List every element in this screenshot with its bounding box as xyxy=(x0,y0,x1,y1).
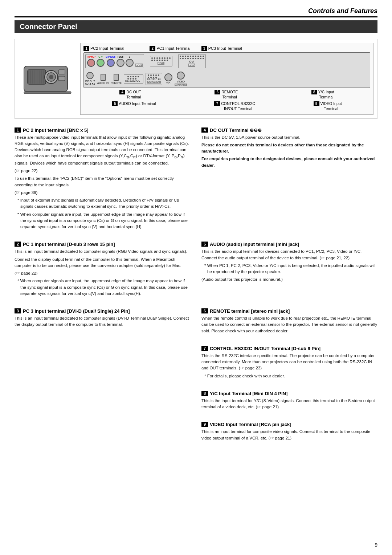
port-yc: Y/C xyxy=(164,73,172,85)
bl-8: 8 Y/C InputTerminal xyxy=(311,90,334,100)
desc-1: 1 PC 2 Input terminal [BNC x 5] These ar… xyxy=(15,127,191,232)
desc-3: 3 PC 3 input terminal [DVI-D (Dual/ Sing… xyxy=(15,308,191,336)
desc-9: 9 VIDEO Input Terminal [RCA pin jack] Th… xyxy=(201,422,377,443)
diagram-top-labels: 1 PC2 Input Terminal 2 PC1 Input Termina… xyxy=(83,46,370,51)
section-title: Connector Panel xyxy=(15,20,377,33)
svg-rect-5 xyxy=(58,70,65,74)
bl-7: 7 CONTROL RS232CIN/OUT Terminal xyxy=(214,101,255,111)
port-dc-out: DC OUT5V⎓1.5A xyxy=(85,72,95,86)
top-port-row: R Pr/Cr G Y B Pb/Cs H/Cs xyxy=(85,54,368,70)
descriptions-grid: 1 PC 2 Input terminal [BNC x 5] These ar… xyxy=(15,127,377,446)
svg-point-4 xyxy=(49,75,53,79)
connector-box: R Pr/Cr G Y B Pb/Cs H/Cs xyxy=(83,52,370,88)
desc-7: 7 CONTROL RS232C IN/OUT Terminal [D-sub … xyxy=(201,346,377,381)
diag-label-2: 2 PC1 Input Terminal xyxy=(150,46,190,51)
port-rs232c-in: RS-232C IN CONTROL xyxy=(146,73,162,85)
bnc-hcs: H/Cs xyxy=(117,56,124,67)
bl-6: 6 REMOTETerminal xyxy=(215,90,238,100)
diag-label-1: 1 PC2 Input Terminal xyxy=(83,46,124,51)
bnc-r: R Pr/Cr xyxy=(87,56,95,67)
connector-panel-diagram: 1 PC2 Input Terminal 2 PC1 Input Termina… xyxy=(80,43,373,115)
desc-6: 6 REMOTE terminal [stereo mini jack] Whe… xyxy=(201,308,377,336)
diag-label-3: 3 PC3 Input Terminal xyxy=(201,46,242,51)
page-header: Controls and Features xyxy=(15,7,377,17)
bl-9: 9 VIDEO InputTerminal xyxy=(314,101,342,111)
bl-5: 5 AUDIO Input Terminal xyxy=(112,101,156,111)
bl-4: 4 DC OUTTerminal xyxy=(119,90,141,100)
bottom-port-row: DC OUT5V⎓1.5A AUDIO IN REMOTE RS-232C OU… xyxy=(85,72,368,86)
diagram-bottom-labels-2: 5 AUDIO Input Terminal 7 CONTROL RS232CI… xyxy=(83,101,370,111)
port-audio-in: AUDIO IN xyxy=(97,74,109,84)
diagram-bottom-labels: 4 DC OUTTerminal 6 REMOTETerminal 8 Y/C … xyxy=(83,90,370,100)
desc-8: 8 Y/C Input Terminal [Mini DIN 4 PIN] Th… xyxy=(201,391,377,412)
desc-5: 5 AUDIO (audio) input terminal [mini jac… xyxy=(201,242,377,298)
port-rs232c-out: RS-232C OUT xyxy=(124,74,143,84)
svg-rect-6 xyxy=(58,76,65,81)
page-number: 9 xyxy=(375,542,377,548)
bnc-v: V xyxy=(126,56,134,67)
diagram-area: 1 PC2 Input Terminal 2 PC1 Input Termina… xyxy=(15,39,377,119)
projector-illustration xyxy=(19,43,77,115)
desc-4: 4 DC OUT Terminal ⊕⊖⊕ This is the DC 5V,… xyxy=(201,127,377,232)
bnc-g: G Y xyxy=(97,56,105,67)
port-video: VIDEO VIDEO IN xyxy=(175,72,187,86)
port-remote: REMOTE xyxy=(111,74,122,84)
svg-rect-7 xyxy=(24,92,71,94)
desc-2: 2 PC 1 input terminal [D-sub 3 rows 15 p… xyxy=(15,242,191,298)
svg-rect-1 xyxy=(28,70,46,84)
bnc-b: B Pb/Cs xyxy=(106,56,115,67)
header-title: Controls and Features xyxy=(308,7,377,15)
